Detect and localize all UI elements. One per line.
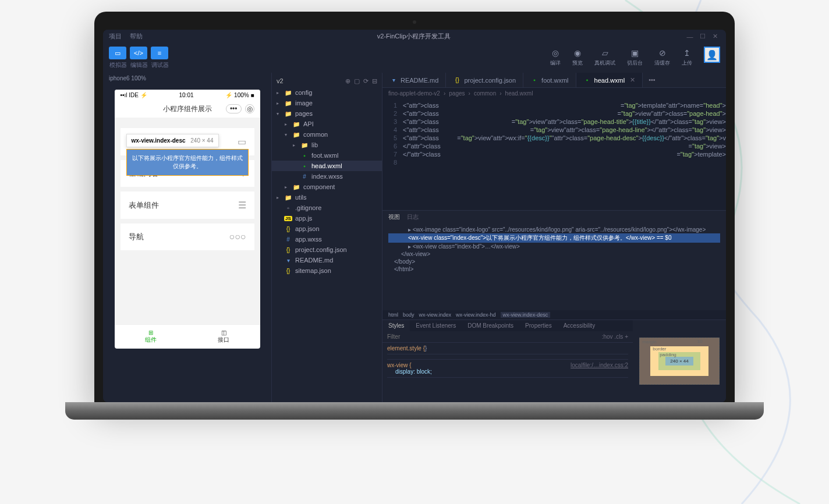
editor-tab[interactable]: ▪head.wxml✕ [576,73,643,87]
tree-item[interactable]: #index.wxss [272,171,382,182]
tree-item[interactable]: ▫.gitignore [272,203,382,213]
phone-content[interactable]: wx-view.index-desc 240 × 44 以下将展示小程序官方组件… [115,118,260,324]
maximize-button[interactable]: ☐ [698,33,707,40]
code-editor[interactable]: 1<"attr">class="tag">template "attr">nam… [382,99,726,210]
editor-area: ▾README.md {}project.config.json ▪foot.w… [382,73,726,402]
debug-label: 调试器 [151,61,169,69]
tree-item[interactable]: ▾📁pages [272,108,382,119]
preview-icon: ◉ [572,48,583,58]
new-file-icon[interactable]: ⊕ [345,77,350,85]
debug-toggle[interactable]: ≡ [151,47,168,59]
inspector-highlight: 以下将展示小程序官方组件能力，组件样式仅供参考。 [126,149,249,176]
box-model: 10 240 × 44 [633,320,726,402]
phone-menu-icon[interactable]: ••• [226,104,242,113]
tree-item[interactable]: ▸📁component [272,182,382,192]
menu-project[interactable]: 项目 [109,32,122,41]
file-tree: ▸📁config▸📁image▾📁pages▸📁API▾📁common▸📁lib… [272,87,382,276]
window-titlebar: 项目 帮助 v2-FinClip小程序开发工具 — ☐ ✕ [103,30,726,43]
background-icon: ▣ [630,48,640,58]
editor-tabs: ▾README.md {}project.config.json ▪foot.w… [382,73,726,88]
inspector-tooltip: wx-view.index-desc 240 × 44 [126,134,219,147]
css-rules[interactable]: element.style {}</span><span class="sel"… [382,343,633,402]
status-time: 10:01 [179,92,194,98]
simulator-device[interactable]: iphone6 100% [103,73,271,84]
simulator-label: 模拟器 [109,61,127,69]
new-folder-icon[interactable]: ▢ [354,77,360,85]
ide-window: 项目 帮助 v2-FinClip小程序开发工具 — ☐ ✕ ▭ </> ≡ 模拟… [103,30,726,402]
devtools-tab-console[interactable]: 日志 [407,213,419,221]
tab-components[interactable]: ⊞组件 [115,325,187,349]
dom-inspector[interactable]: ▸ <wx-image class="index-logo" src="../r… [382,223,726,310]
remotedebug-button[interactable]: ▱真机调试 [590,47,620,68]
phone-tabbar: ⊞组件 ◫接口 [115,324,260,349]
panel-tab-dom-bp[interactable]: DOM Breakpoints [462,320,519,331]
close-button[interactable]: ✕ [711,33,720,40]
editor-toggle[interactable]: </> [130,47,147,59]
tree-item[interactable]: ▸📁utils [272,192,382,203]
tree-item[interactable]: #app.wxss [272,234,382,244]
phone-frame: ••ıl IDE ⚡ 10:01 ⚡ 100% ■ 小程序组件展示 •••◎ w… [115,90,260,349]
camera-dot [413,20,416,24]
status-right: ⚡ 100% ■ [225,92,254,98]
minimize-button[interactable]: — [685,33,695,40]
laptop-base [65,402,764,420]
editor-tab[interactable]: ▪foot.wxml [523,73,576,87]
dom-breadcrumb: html body wx-view.index wx-view.index-hd… [382,310,726,320]
status-left: ••ıl IDE ⚡ [121,92,147,98]
tree-item[interactable]: ▸📁image [272,98,382,108]
container-icon: ▭ [238,136,246,147]
components-icon: ⊞ [119,329,183,336]
interface-icon: ◫ [192,329,256,336]
list-item[interactable]: 导航○○○ [121,223,254,250]
user-avatar[interactable]: 👤 [704,47,720,63]
compile-button[interactable]: ◎编详 [545,47,565,68]
tree-item[interactable]: {}sitemap.json [272,265,382,276]
devtools-panel: 视图 日志 ▸ <wx-image class="index-logo" src… [382,210,726,402]
editor-tab[interactable]: {}project.config.json [446,73,523,87]
tree-item[interactable]: JSapp.js [272,213,382,223]
preview-button[interactable]: ◉预览 [568,47,587,68]
main-toolbar: ▭ </> ≡ 模拟器 编辑器 调试器 ◎编详 ◉预览 ▱真机调试 ▣切后台 ⊘… [103,43,726,73]
collapse-icon[interactable]: ⊟ [372,77,377,85]
phone-status-bar: ••ıl IDE ⚡ 10:01 ⚡ 100% ■ [115,90,260,101]
simulator-panel: iphone6 100% ••ıl IDE ⚡ 10:01 ⚡ 100% ■ 小… [103,73,272,402]
tree-item[interactable]: ▸📁API [272,119,382,129]
tree-item[interactable]: ▾📁common [272,129,382,140]
explorer-root[interactable]: v2 [277,77,284,85]
tree-item[interactable]: ▸📁lib [272,140,382,150]
upload-button[interactable]: ↥上传 [677,47,697,68]
panel-tab-properties[interactable]: Properties [519,320,558,331]
tree-item[interactable]: ▪head.wxml [272,161,382,171]
phone-page-title: 小程序组件展示 •••◎ [115,101,260,118]
panel-tab-styles[interactable]: Styles [382,320,410,331]
json-icon: {} [453,77,461,83]
tabs-overflow-icon[interactable]: ••• [643,73,661,87]
editor-tab[interactable]: ▾README.md [382,73,446,87]
phone-close-icon[interactable]: ◎ [245,104,254,113]
panel-tab-accessibility[interactable]: Accessibility [558,320,601,331]
wxml-icon: ▪ [583,77,591,83]
window-title: v2-FinClip小程序开发工具 [377,32,451,41]
styles-filter-input[interactable] [382,331,597,342]
tree-item[interactable]: {}app.json [272,223,382,234]
tree-item[interactable]: ▸📁config [272,87,382,98]
simulator-toggle[interactable]: ▭ [109,47,126,59]
list-item[interactable]: 表单组件☰ [121,191,254,219]
tab-interface[interactable]: ◫接口 [187,325,260,349]
clearcache-button[interactable]: ⊘清缓存 [650,47,675,68]
tree-item[interactable]: {}project.config.json [272,244,382,255]
upload-icon: ↥ [682,48,692,58]
styles-panel: Styles Event Listeners DOM Breakpoints P… [382,320,633,402]
panel-tab-listeners[interactable]: Event Listeners [410,320,462,331]
form-icon: ☰ [238,200,246,211]
menu-help[interactable]: 帮助 [130,32,143,41]
refresh-icon[interactable]: ⟳ [363,77,369,85]
styles-filter-ext[interactable]: :hov .cls + [597,331,633,342]
tree-item[interactable]: ▪foot.wxml [272,150,382,161]
remotedebug-icon: ▱ [600,48,610,58]
close-tab-icon[interactable]: ✕ [630,76,635,84]
background-button[interactable]: ▣切后台 [622,47,647,68]
box-model-content: 240 × 44 [665,357,693,365]
devtools-tab-elements[interactable]: 视图 [388,213,400,221]
tree-item[interactable]: ▾README.md [272,255,382,265]
